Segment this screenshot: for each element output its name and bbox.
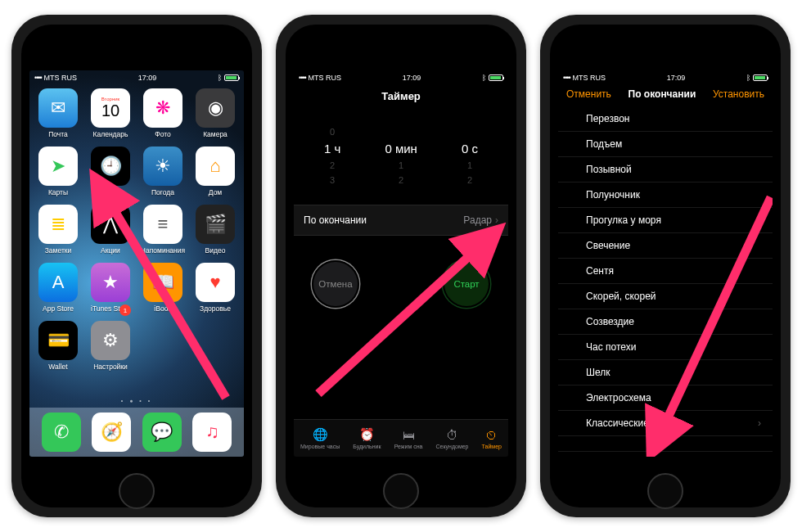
app-Камера[interactable]: ◉Камера [191,88,239,138]
app-Почта[interactable]: ✉Почта [34,88,82,138]
tab-Секундомер[interactable]: ⏱Секундомер [435,428,468,449]
when-timer-ends-row[interactable]: По окончании Радар› [294,205,508,236]
bluetooth-icon: ᛒ [218,74,222,82]
status-bar: MTS RUS 17:09 ᛒ [29,70,244,83]
tone-item[interactable]: Позывной [558,157,773,183]
cancel-button[interactable]: Отмена [312,260,359,308]
page-dots: • ● • • [29,398,244,404]
tone-item[interactable]: Подъем [558,132,773,157]
dock-phone[interactable]: ✆ [42,413,81,452]
status-bar: MTS RUS 17:09 ᛒ [294,70,508,83]
cancel-button[interactable]: Отменить [566,88,611,100]
dock-safari[interactable]: 🧭 [92,413,131,452]
status-bar: MTS RUS 17:09 ᛒ [558,70,773,83]
tab-Режим сна[interactable]: 🛏Режим сна [394,428,423,449]
tone-item[interactable]: Сентя [558,259,773,284]
sound-list-screen: MTS RUS 17:09 ᛒ Отменить По окончании Ус… [558,70,773,457]
app-Календарь[interactable]: Вторник10Календарь [87,88,134,138]
app-Здоровье[interactable]: ♥Здоровье [191,263,239,313]
app-Дом[interactable]: ⌂Дом [191,147,239,196]
app-iBook[interactable]: 📖iBook [139,263,187,313]
home-screen: MTS RUS 17:09 ᛒ ✉ПочтаВторник10Календарь… [29,70,244,457]
tone-item[interactable]: Электросхема [558,385,773,411]
dock-messages[interactable]: 💬 [142,413,182,452]
dock-music[interactable]: ♫ [192,413,232,452]
set-button[interactable]: Установить [713,88,764,100]
app-Фото[interactable]: ❋Фото [139,88,187,138]
tone-item[interactable]: Полуночник [558,183,773,208]
page-title: По окончании [629,88,696,100]
tab-Мировые часы[interactable]: 🌐Мировые часы [300,427,340,449]
tab-Таймер[interactable]: ⏲Таймер [482,428,502,449]
stop-playing-item[interactable]: ✓Остановить [558,451,773,457]
app-Погода[interactable]: ☀Погода [139,147,187,196]
time-picker[interactable]: 01 ч23 0 мин12 0 с12 [294,112,508,205]
phone-home-screen: MTS RUS 17:09 ᛒ ✉ПочтаВторник10Календарь… [11,15,262,517]
phone-timer: MTS RUS 17:09 ᛒ Таймер 01 ч23 0 мин12 0 … [276,15,526,517]
signal-icon [34,74,42,82]
app-Карты[interactable]: ➤Карты [34,147,82,196]
tone-item[interactable]: Скорей, скорей [558,284,773,309]
page-title: Таймер [294,83,508,112]
home-button[interactable] [383,473,419,509]
app-Акции[interactable]: ⋀Акции [87,205,134,255]
tone-item[interactable]: Созвездие [558,309,773,335]
status-time: 17:09 [138,74,157,82]
chevron-right-icon: › [758,417,761,429]
tab-Будильник[interactable]: ⏰Будильник [353,427,381,449]
app-Настройки[interactable]: ⚙1Настройки [87,321,134,371]
app-Wallet[interactable]: 💳Wallet [34,321,82,371]
app-grid: ✉ПочтаВторник10Календарь❋Фото◉Камера➤Кар… [29,83,244,371]
start-button[interactable]: Старт [443,260,490,308]
app-Видео[interactable]: 🎬Видео [191,205,239,255]
nav-bar: Отменить По окончании Установить [558,83,773,106]
classic-row[interactable]: Классические› [558,411,773,436]
home-button[interactable] [119,473,155,509]
app-Заметки[interactable]: ≣Заметки [34,205,82,255]
tone-item[interactable]: Свечение [558,233,773,259]
chevron-right-icon: › [495,214,498,226]
app-App Store[interactable]: AApp Store [34,263,82,313]
tone-item[interactable]: Прогулка у моря [558,208,773,233]
dock: ✆🧭💬♫ [29,408,244,457]
tones-list: ПерезвонПодъемПозывнойПолуночникПрогулка… [558,106,773,457]
app-Часы[interactable]: 🕘Часы [87,147,134,196]
tab-bar: 🌐Мировые часы⏰Будильник🛏Режим сна⏱Секунд… [294,419,508,457]
phone-sound-picker: MTS RUS 17:09 ᛒ Отменить По окончании Ус… [540,15,791,517]
app-Напоминания[interactable]: ≡Напоминания [139,205,187,255]
tone-item[interactable]: Шелк [558,360,773,385]
timer-screen: MTS RUS 17:09 ᛒ Таймер 01 ч23 0 мин12 0 … [294,70,508,457]
tone-item[interactable]: Час потехи [558,335,773,360]
home-button[interactable] [647,473,683,509]
tone-item[interactable]: Перезвон [558,106,773,132]
